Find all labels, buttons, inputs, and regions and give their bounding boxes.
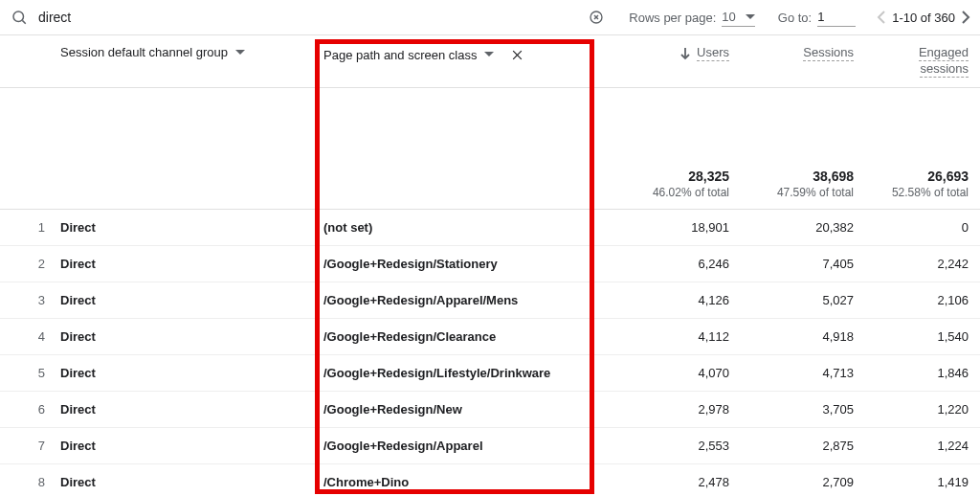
rows-per-page-value: 10 <box>722 10 735 24</box>
chevron-right-icon <box>961 10 970 25</box>
goto-input[interactable] <box>817 8 856 27</box>
rows-per-page-label: Rows per page: <box>629 11 716 25</box>
row-engaged: 1,220 <box>861 392 976 427</box>
summary-sessions-pct: 47.59% of total <box>745 186 854 199</box>
dimension-2-selector[interactable]: Page path and screen class <box>323 48 494 62</box>
summary-users-value: 28,325 <box>611 169 729 184</box>
metric-engaged-label-1: Engaged <box>919 45 969 61</box>
table-body: 1Direct(not set)18,90120,38202Direct/Goo… <box>0 210 980 496</box>
row-index: 6 <box>0 392 53 427</box>
row-index: 4 <box>0 319 53 354</box>
row-index: 7 <box>0 428 53 463</box>
row-sessions: 4,713 <box>737 355 861 391</box>
row-users: 18,901 <box>603 210 737 245</box>
chevron-down-icon <box>746 14 755 20</box>
svg-point-0 <box>13 11 24 22</box>
row-index: 3 <box>0 282 53 318</box>
page-range-label: 1-10 of 360 <box>892 11 955 25</box>
row-users: 2,978 <box>603 392 737 427</box>
row-engaged: 2,106 <box>861 282 976 318</box>
row-users: 6,246 <box>603 246 737 282</box>
row-index: 8 <box>0 464 53 496</box>
search-field-wrap <box>10 6 606 29</box>
row-engaged: 1,224 <box>861 428 976 463</box>
table-row[interactable]: 5Direct/Google+Redesign/Lifestyle/Drinkw… <box>0 355 980 392</box>
chevron-left-icon <box>877 10 886 25</box>
row-sessions: 4,918 <box>737 319 861 354</box>
rows-per-page: Rows per page: 10 <box>629 8 755 27</box>
metric-sessions-header[interactable]: Sessions <box>745 45 854 61</box>
row-engaged: 1,419 <box>861 464 976 496</box>
row-sessions: 2,709 <box>737 464 861 496</box>
table-row[interactable]: 6Direct/Google+Redesign/New2,9783,7051,2… <box>0 392 980 428</box>
metric-users-label: Users <box>697 45 729 61</box>
metric-engaged-header[interactable]: Engaged sessions <box>869 45 969 78</box>
table-row[interactable]: 3Direct/Google+Redesign/Apparel/Mens4,12… <box>0 282 980 319</box>
pager: 1-10 of 360 <box>877 10 970 26</box>
svg-line-1 <box>22 20 25 23</box>
rows-per-page-select[interactable]: 10 <box>722 8 754 27</box>
summary-engaged-pct: 52.58% of total <box>869 186 969 199</box>
goto-label: Go to: <box>778 11 812 25</box>
dimension-1-label: Session default channel group <box>60 45 228 59</box>
table-row[interactable]: 2Direct/Google+Redesign/Stationery6,2467… <box>0 246 980 282</box>
row-page[interactable]: /Google+Redesign/Apparel <box>323 439 483 453</box>
row-users: 4,070 <box>603 355 737 391</box>
row-channel[interactable]: Direct <box>60 475 96 489</box>
row-users: 4,126 <box>603 282 737 318</box>
next-page-button[interactable] <box>961 10 970 26</box>
row-users: 2,478 <box>603 464 737 496</box>
row-page[interactable]: /Google+Redesign/New <box>323 402 462 417</box>
search-icon <box>10 8 29 27</box>
summary-users-pct: 46.02% of total <box>611 186 729 199</box>
dimension-2-label: Page path and screen class <box>323 48 477 62</box>
table-header: Session default channel group Page path … <box>0 35 980 88</box>
metric-sessions-label: Sessions <box>803 45 854 61</box>
row-index: 1 <box>0 210 53 245</box>
row-sessions: 2,875 <box>737 428 861 463</box>
dimension-1-selector[interactable]: Session default channel group <box>60 45 245 59</box>
row-channel[interactable]: Direct <box>60 439 96 453</box>
row-channel[interactable]: Direct <box>60 329 96 344</box>
row-sessions: 3,705 <box>737 392 861 427</box>
search-input[interactable] <box>36 6 579 29</box>
row-engaged: 2,242 <box>861 246 976 282</box>
chevron-down-icon <box>235 50 245 56</box>
row-page[interactable]: (not set) <box>323 220 372 235</box>
row-channel[interactable]: Direct <box>60 257 96 271</box>
metric-users-header[interactable]: Users <box>611 45 729 61</box>
row-channel[interactable]: Direct <box>60 402 96 417</box>
row-sessions: 5,027 <box>737 282 861 318</box>
table-row[interactable]: 7Direct/Google+Redesign/Apparel2,5532,87… <box>0 428 980 464</box>
row-channel[interactable]: Direct <box>60 293 96 307</box>
table-row[interactable]: 1Direct(not set)18,90120,3820 <box>0 210 980 246</box>
row-channel[interactable]: Direct <box>60 366 96 380</box>
row-index: 5 <box>0 355 53 391</box>
row-users: 4,112 <box>603 319 737 354</box>
table-row[interactable]: 4Direct/Google+Redesign/Clearance4,1124,… <box>0 319 980 355</box>
row-engaged: 1,540 <box>861 319 976 354</box>
row-engaged: 0 <box>861 210 976 245</box>
row-users: 2,553 <box>603 428 737 463</box>
metric-engaged-label-2: sessions <box>920 61 969 78</box>
row-sessions: 7,405 <box>737 246 861 282</box>
row-channel[interactable]: Direct <box>60 220 96 235</box>
row-engaged: 1,846 <box>861 355 976 391</box>
summary-row: 28,325 46.02% of total 38,698 47.59% of … <box>0 155 980 210</box>
prev-page-button[interactable] <box>877 10 886 26</box>
summary-engaged-value: 26,693 <box>869 169 969 184</box>
summary-sessions-value: 38,698 <box>745 169 854 184</box>
row-page[interactable]: /Chrome+Dino <box>323 475 409 489</box>
row-page[interactable]: /Google+Redesign/Stationery <box>323 257 498 271</box>
clear-search-icon[interactable] <box>587 8 606 27</box>
close-icon <box>511 49 523 61</box>
remove-dimension-button[interactable] <box>507 45 526 64</box>
goto-page: Go to: <box>778 8 856 27</box>
table-controls-bar: Rows per page: 10 Go to: 1-10 of 360 <box>0 0 980 35</box>
row-page[interactable]: /Google+Redesign/Lifestyle/Drinkware <box>323 366 550 380</box>
table-row[interactable]: 8Direct/Chrome+Dino2,4782,7091,419 <box>0 464 980 496</box>
row-page[interactable]: /Google+Redesign/Clearance <box>323 329 496 344</box>
row-page[interactable]: /Google+Redesign/Apparel/Mens <box>323 293 518 307</box>
chevron-down-icon <box>484 52 494 57</box>
row-sessions: 20,382 <box>737 210 861 245</box>
